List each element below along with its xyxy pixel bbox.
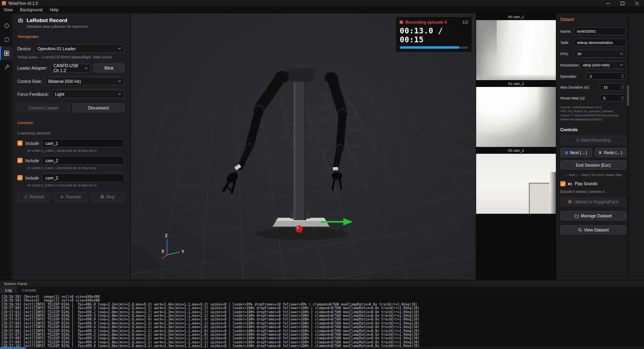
refresh-icon [24,195,28,199]
redo-button[interactable]: Redo (←) [595,148,627,157]
leader-adapter-value: CANFD-USB Ch 1-2 [54,63,85,73]
force-feedback-row: Force Feedback: Light [17,90,124,98]
camera-preview-2 [476,154,556,214]
name-label: Name: [560,29,572,33]
close-button[interactable] [630,0,644,6]
spinner-arrows-icon[interactable] [621,74,624,78]
connect-leader-label: Connect Leader [28,105,58,110]
robot-scene: Z X Y [131,13,476,280]
camera-name-input[interactable] [42,156,124,165]
stop-icon [101,195,104,198]
recording-header: Recording episode 0 1/2 [400,20,468,25]
episodes-spinner[interactable]: 2 [586,72,626,80]
task-label: Task: [560,40,569,45]
name-row: Name: [560,27,626,35]
recording-overlay: Recording episode 0 1/2 00:13.0 / 00:15 [396,17,472,52]
preview-button[interactable]: Preview [54,192,88,201]
log-output[interactable]: [20:56:58] [Record] image[1] null=0 size… [0,294,644,347]
upload-huggingface-button[interactable]: Upload to HuggingFace [560,197,626,206]
menu-help[interactable]: Help [46,6,62,13]
next-icon [565,151,568,154]
maximize-button[interactable] [615,0,630,6]
control-rate-row: Control Rate: Bilateral (500 Hz) [17,77,124,85]
chevron-down-icon [620,53,623,55]
right-scrollbar[interactable] [627,13,630,280]
device-select[interactable]: OpenArm 01 Leader [34,44,124,53]
tab-log[interactable]: Log [0,287,17,293]
minimize-button[interactable] [601,0,615,6]
dataset-info-line: Output: C:\Users\MOREFINE\Documents\ [560,114,626,118]
reset-wait-spinner[interactable]: 5 [600,94,626,101]
rail-item-record[interactable] [0,46,12,60]
disconnect-button[interactable]: Disconnect [72,103,125,112]
include-checkbox[interactable] [17,140,23,146]
dataset-task-input[interactable] [574,39,626,46]
recording-progress-fill [400,46,459,49]
end-session-button[interactable]: End Session (Esc) [560,161,626,169]
play-sounds-checkbox[interactable] [560,181,566,186]
camera-name-input[interactable] [42,173,124,182]
window-controls [601,0,644,6]
axis-gizmo: Z X Y [161,233,184,259]
resolution-value: 480p (640×480) [583,63,610,67]
menu-background[interactable]: Background [17,6,46,13]
leader-adapter-row: Leader Adapter: CANFD-USB Ch 1-2 Blink [17,64,124,72]
max-duration-spinner[interactable]: 15 [600,83,626,91]
log-scrollbar-horizontal[interactable] [0,347,644,349]
recording-progress-track [400,46,468,49]
rail-item-target[interactable] [0,33,12,46]
recording-title: Recording episode 0 [405,20,460,25]
next-button[interactable]: Next (→) [560,148,592,157]
include-checkbox[interactable] [17,175,23,180]
max-duration-value: 15 [603,85,608,89]
viewport-3d[interactable]: Z X Y Recording episode 0 1/2 00:13.0 / … [131,13,476,280]
rail-item-tools[interactable] [0,60,12,74]
spinner-arrows-icon[interactable] [621,85,624,89]
episodes-label: Episodes: [560,74,577,78]
speaker-icon [568,182,572,186]
camera-preview-label: #1 cam_2 [476,80,556,87]
recording-timer: 00:13.0 / 00:15 [400,26,468,44]
leader-adapter-select[interactable]: CANFD-USB Ch 1-2 [50,64,91,72]
rail-item-scene[interactable] [0,19,12,33]
view-dataset-button[interactable]: View Dataset [560,225,626,234]
page-subtitle: Windows data collection for OpenArm [27,25,124,29]
control-rate-select[interactable]: Bilateral (500 Hz) [45,77,124,85]
teleop-status-text: Teleop active — 2 arm(s) @ 500Hz bilater… [17,55,124,59]
resolution-row: Resolution: 480p (640×480) [560,61,626,69]
robot-pillar [293,70,306,220]
tab-console[interactable]: Console [17,287,41,293]
manage-dataset-button[interactable]: Manage Dataset [560,211,626,220]
blink-button[interactable]: Blink [94,64,124,72]
play-icon [61,195,64,199]
refresh-button[interactable]: Refresh [17,192,51,201]
include-checkbox[interactable] [17,158,23,163]
camera-info-text: #1 USB2.0_CAM1 | 1920x1080 @ 30.0fps NV1… [27,166,124,170]
bottom-panel-header: Bottom Panel [0,280,644,287]
episodes-value: 2 [590,74,592,78]
force-feedback-select[interactable]: Light [52,90,124,98]
record-panel: LeRobot Record Windows data collection f… [12,13,130,280]
camera-name-input[interactable] [42,139,124,147]
resolution-select[interactable]: 480p (640×480) [580,61,626,69]
fps-select[interactable]: 30 [574,50,626,58]
log-scrollbar-thumb[interactable] [0,347,26,349]
connect-leader-button[interactable]: Connect Leader [17,103,70,112]
preview-shadow [549,172,556,214]
door-shape [529,183,549,214]
camera-preview-label: #2 cam_2 [476,147,556,154]
episodes-row: Episodes: 2 [560,72,626,80]
camera-info-text: #0 USB2.0_CAM1 | 1920x1080 @ 30.0fps NV1… [27,149,124,153]
right-scrollbar-thumb[interactable] [627,85,629,106]
episode-status-text: Episode 0 started | cameras=3 [560,190,626,194]
menu-view[interactable]: View [0,6,17,13]
camera-preview-0 [476,20,556,80]
spinner-arrows-icon[interactable] [621,96,624,100]
resolution-label: Resolution: [560,63,580,67]
main-area: LeRobot Record Windows data collection f… [0,13,644,280]
dataset-name-input[interactable] [574,27,626,35]
close-icon [635,2,639,5]
robot-right-arm [324,72,348,190]
stop-button[interactable]: Stop [91,192,124,201]
start-recording-button[interactable]: Start Recording [560,136,626,145]
